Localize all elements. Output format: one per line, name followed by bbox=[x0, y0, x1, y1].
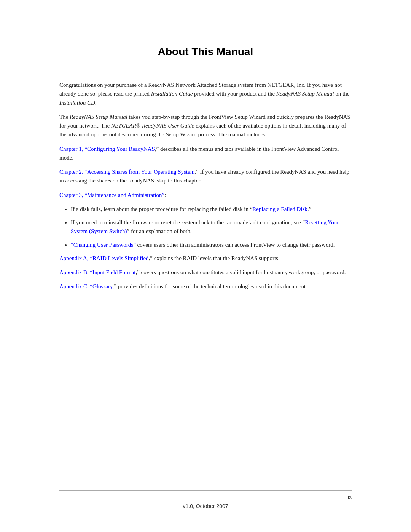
intro-paragraph-2: The ReadyNAS Setup Manual takes you step… bbox=[59, 113, 352, 139]
chapter2-link[interactable]: Chapter 2, “Accessing Shares from Your O… bbox=[59, 169, 194, 175]
changing-user-passwords-link[interactable]: “Changing User Passwords” bbox=[71, 242, 136, 248]
bullet1-text-b: .” bbox=[307, 206, 311, 212]
bullet-item-3: “Changing User Passwords” covers users o… bbox=[71, 241, 352, 249]
bullet3-rest: covers users other than administrators c… bbox=[136, 242, 335, 248]
appendix-a-link[interactable]: Appendix A, “RAID Levels Simplified bbox=[59, 255, 149, 261]
readynas-setup-manual-italic: ReadyNAS Setup Manual bbox=[276, 91, 334, 97]
appendix-a-paragraph: Appendix A, “RAID Levels Simplified,” ex… bbox=[59, 254, 352, 263]
intro-paragraph-1: Congratulations on your purchase of a Re… bbox=[59, 81, 352, 107]
page-footer: ix v1.0, October 2007 bbox=[59, 490, 352, 509]
appendix-a-rest: ,” explains the RAID levels that the Rea… bbox=[149, 255, 280, 261]
chapter3-rest: : bbox=[164, 192, 166, 198]
appendix-c-link[interactable]: Appendix C, “Glossary bbox=[59, 283, 112, 289]
bullet-item-2: If you need to reinstall the firmware or… bbox=[71, 218, 352, 236]
appendix-b-rest: ,” covers questions on what constitutes … bbox=[135, 269, 346, 275]
bullet1-text-a: If a disk fails, learn about the proper … bbox=[71, 206, 252, 212]
bullet2-text-b: ” for an explanation of both. bbox=[127, 228, 192, 234]
chapter2-paragraph: Chapter 2, “Accessing Shares from Your O… bbox=[59, 168, 352, 185]
readynas-setup-manual-italic2: ReadyNAS Setup Manual bbox=[70, 114, 127, 120]
appendix-b-link[interactable]: Appendix B, “Input Field Format bbox=[59, 269, 135, 275]
chapter3-bullets: If a disk fails, learn about the proper … bbox=[71, 205, 352, 249]
version-text: v1.0, October 2007 bbox=[59, 503, 352, 509]
bullet-item-1: If a disk fails, learn about the proper … bbox=[71, 205, 352, 214]
installation-guide-italic: Installation Guide bbox=[151, 91, 193, 97]
intro-text-1d: . bbox=[95, 100, 97, 106]
page-title: About This Manual bbox=[59, 46, 352, 58]
intro-text-1c: on the bbox=[334, 91, 350, 97]
page-number: ix bbox=[59, 494, 352, 500]
bullet2-text-a: If you need to reinstall the firmware or… bbox=[71, 219, 305, 225]
page: About This Manual Congratulations on you… bbox=[0, 0, 411, 532]
chapter3-link[interactable]: Chapter 3, “Maintenance and Administrati… bbox=[59, 192, 164, 198]
appendix-b-paragraph: Appendix B, “Input Field Format,” covers… bbox=[59, 268, 352, 277]
replacing-failed-disk-link[interactable]: Replacing a Failed Disk bbox=[252, 206, 307, 212]
chapter1-paragraph: Chapter 1, “Configuring Your ReadyNAS,” … bbox=[59, 145, 352, 163]
netgear-user-guide-italic: NETGEAR® ReadyNAS User Guide bbox=[111, 123, 194, 129]
chapter1-link[interactable]: Chapter 1, “Configuring Your ReadyNAS bbox=[59, 146, 155, 152]
chapter3-paragraph: Chapter 3, “Maintenance and Administrati… bbox=[59, 191, 352, 200]
intro-text-1b: provided with your product and the bbox=[193, 91, 276, 97]
appendix-c-paragraph: Appendix C, “Glossary,” provides definit… bbox=[59, 282, 352, 291]
footer-divider bbox=[59, 490, 352, 491]
intro-text-2a: The bbox=[59, 114, 70, 120]
appendix-c-rest: ,” provides definitions for some of the … bbox=[112, 283, 307, 289]
installation-cd-italic: Installation CD bbox=[59, 100, 95, 106]
